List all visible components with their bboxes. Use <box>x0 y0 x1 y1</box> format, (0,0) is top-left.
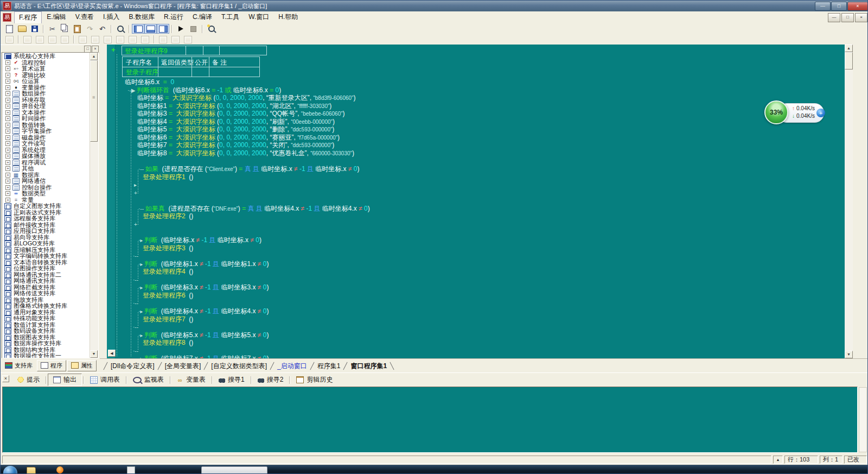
expand-icon[interactable]: + <box>5 104 10 109</box>
plus-button[interactable]: + <box>816 109 825 117</box>
expand-icon[interactable]: + <box>5 66 10 71</box>
ctrl-add-left-button[interactable] <box>21 35 34 44</box>
code-line[interactable]: 临时坐标 = 大漠识字坐标 (0, 0, 2000, 2000, “重新登录大区… <box>137 94 355 102</box>
expand-icon[interactable]: + <box>5 148 10 153</box>
align-bottom-button[interactable] <box>114 35 126 44</box>
code-line[interactable]: 临时坐标5 = 大漠识字坐标 (0, 0, 2000, 2000, “删除”, … <box>137 125 334 133</box>
save-button[interactable] <box>28 24 41 34</box>
code-editor[interactable]: + 登录处理程序9子程序名返回值类型公开备 注登录子程序 临时坐标6.x = 0… <box>107 45 845 358</box>
code-line[interactable]: 登录处理程序7 () <box>143 315 193 323</box>
hscroll-left-arrow[interactable]: ◀ <box>108 350 116 357</box>
code-line[interactable]: 临时坐标6 = 大漠识字坐标 (0, 0, 2000, 2000, “赛丽亚”,… <box>137 134 340 141</box>
output-scrollbar[interactable] <box>859 387 867 452</box>
expand-icon[interactable]: + <box>5 98 10 103</box>
output-tab-调用表[interactable]: 调用表 <box>85 374 125 385</box>
space-h-button[interactable] <box>126 35 139 44</box>
menu-T.工具[interactable]: T.工具 <box>217 11 244 24</box>
expand-icon[interactable]: + <box>5 129 10 134</box>
new-button[interactable] <box>3 24 16 34</box>
fold-marker[interactable]: + <box>111 46 116 54</box>
taskbar-folder-icon[interactable] <box>27 467 36 474</box>
code-line[interactable]: 临时坐标7 = 大漠识字坐标 (0, 0, 2000, 2000, “关闭”, … <box>137 141 334 149</box>
code-line[interactable]: ·-- <box>133 323 138 331</box>
pane-bottom-button[interactable] <box>144 24 157 34</box>
menu-H.帮助[interactable]: H.帮助 <box>274 11 302 24</box>
expand-icon[interactable]: + <box>5 173 10 178</box>
sidebar-tab-属性[interactable]: 属性 <box>67 360 97 371</box>
output-tab-提示[interactable]: 提示 <box>12 374 44 385</box>
tree-item-算术运算[interactable]: +×÷算术运算 <box>3 66 90 72</box>
menu-V.查看[interactable]: V.查看 <box>71 11 98 24</box>
mdi-minimize-button[interactable]: — <box>828 13 840 22</box>
code-line[interactable]: ·▸ 判断 (临时坐标1.x ≠ -1 且 临时坐标1.x ≠ 0) <box>138 260 269 268</box>
expand-icon[interactable]: + <box>5 160 10 165</box>
pane-right-button[interactable] <box>157 24 169 34</box>
tree-item-程序调试[interactable]: +程序调试 <box>3 160 90 166</box>
code-line[interactable]: ·▸ 判断 (临时坐标5.x ≠ -1 且 临时坐标5.x ≠ 0) <box>138 331 269 339</box>
output-tab-监视表[interactable]: 监视表 <box>128 374 169 385</box>
tree-item-位运算[interactable]: +0+1位运算 <box>3 78 90 85</box>
code-line[interactable]: 临时坐标4 = 大漠识字坐标 (0, 0, 2000, 2000, “刷新”, … <box>137 118 335 125</box>
expand-icon[interactable]: + <box>5 191 10 196</box>
tree-item-媒体播放[interactable]: +媒体播放 <box>3 153 90 160</box>
ctrl-add-right-button[interactable] <box>34 35 46 44</box>
expand-icon[interactable]: + <box>5 123 10 128</box>
undo-button[interactable] <box>96 24 108 34</box>
menu-E.编辑[interactable]: E.编辑 <box>42 11 70 24</box>
find-adv-button[interactable] <box>205 24 218 34</box>
code-line[interactable]: ·▸ 判断 (临时坐标3.x ≠ -1 且 临时坐标3.x ≠ 0) <box>138 283 269 291</box>
center-form-button[interactable] <box>182 35 194 44</box>
output-content[interactable] <box>2 387 858 453</box>
tree-item-控制台操作[interactable]: +控制台操作 <box>3 185 90 191</box>
tree-item-其他[interactable]: +其他 <box>3 166 90 172</box>
code-line[interactable]: 临时坐标1 = 大漠识字坐标 (0, 0, 2000, 2000, “湖北区”,… <box>137 102 331 110</box>
code-line[interactable]: 登录处理程序4 () <box>143 268 193 275</box>
code-line[interactable]: ·▸ 判断 (临时坐标7.x ≠ -1 且 临时坐标7.x ≠ 0) <box>138 355 269 358</box>
code-line[interactable]: ·-- <box>133 347 138 355</box>
output-tab-剪辑历史[interactable]: 剪辑历史 <box>291 374 337 385</box>
code-line[interactable]: 登录处理程序6 () <box>143 292 193 299</box>
taskbar-firefox-icon[interactable] <box>56 466 63 473</box>
editor-tab-[Dll命令定义表][interactable]: [Dll命令定义表] <box>106 362 159 371</box>
code-line[interactable]: ·▸ 判断 (临时坐标4.x ≠ -1 且 临时坐标4.x ≠ 0) <box>138 307 269 315</box>
prev-subroutine-row[interactable]: 登录处理程序9 <box>122 46 267 55</box>
redo-button[interactable] <box>84 24 96 34</box>
mdi-close-button[interactable]: × <box>855 13 867 22</box>
same-width-button[interactable] <box>157 35 169 44</box>
expand-icon[interactable]: + <box>5 166 10 171</box>
tree-scroll-down[interactable]: ▼ <box>90 350 98 358</box>
editor-tab-_启动窗口[interactable]: _启动窗口 <box>272 362 312 371</box>
expand-icon[interactable]: + <box>5 73 10 78</box>
space-v-button[interactable] <box>139 35 151 44</box>
code-line[interactable]: ·▸ 判断 (临时坐标.x ≠ -1 且 临时坐标.x ≠ 0) <box>138 236 261 244</box>
paste-button[interactable] <box>71 24 84 34</box>
expand-icon[interactable]: + <box>5 135 10 140</box>
menu-C.编译[interactable]: C.编译 <box>188 11 216 24</box>
copy-button[interactable] <box>59 24 71 34</box>
code-line[interactable]: 临时坐标6.x = 0 <box>125 78 174 86</box>
code-line[interactable]: ·-▶ 判断循环首 (临时坐标6.x = -1 或 临时坐标6.x = 0) <box>127 86 281 94</box>
editor-tab-[自定义数据类型表][interactable]: [自定义数据类型表] <box>206 362 272 371</box>
editor-tab-程序集1[interactable]: 程序集1 <box>312 362 346 371</box>
output-tab-变量表[interactable]: ∞变量表 <box>172 374 210 385</box>
code-line[interactable]: ▸ <box>134 181 137 188</box>
expand-icon[interactable]: + <box>5 79 10 84</box>
mdi-restore-button[interactable]: □ <box>841 13 854 22</box>
tree-item-系统处理[interactable]: +系统处理 <box>3 147 90 154</box>
code-line[interactable]: ·-- <box>133 252 138 260</box>
expand-icon[interactable]: + <box>5 85 10 90</box>
tree-item-文本操作[interactable]: +文本操作 <box>3 110 90 116</box>
expand-icon[interactable]: + <box>5 179 10 184</box>
editor-scroll-up[interactable]: ▲ <box>845 45 853 52</box>
taskbar-active-task-button[interactable] <box>201 466 267 474</box>
align-left-button[interactable] <box>76 35 89 44</box>
code-line[interactable]: ·-- <box>133 276 138 283</box>
editor-tab-窗口程序集1[interactable]: 窗口程序集1 <box>346 362 392 371</box>
output-close-button[interactable]: × <box>2 375 9 382</box>
tree-item-字节集操作[interactable]: +字节集操作 <box>3 128 90 135</box>
title-bar[interactable]: 易 易语言 - E:\工作区\登录\登录买卖假紫.e - Windows窗口程序… <box>1 1 868 11</box>
editor-scroll-thumb[interactable] <box>845 52 853 69</box>
menu-B.数据库[interactable]: B.数据库 <box>125 11 159 24</box>
code-line[interactable]: ·-- <box>133 299 138 307</box>
tree-item-数据操作支持库一[interactable]: 数据操作支持库一 <box>3 353 90 358</box>
